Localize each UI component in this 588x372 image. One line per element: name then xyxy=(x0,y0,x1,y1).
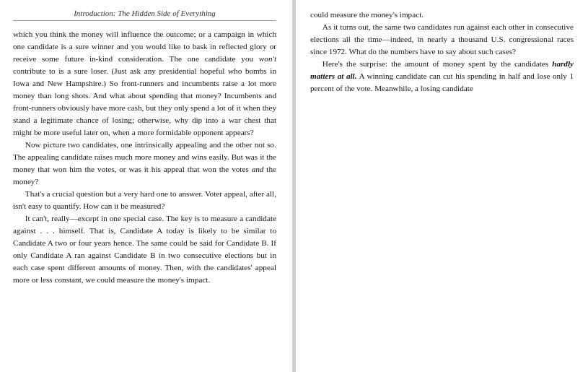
left-header-text: Introduction: The Hidden Side of Everyth… xyxy=(74,9,216,17)
page-container: Introduction: The Hidden Side of Everyth… xyxy=(0,0,588,372)
left-para-4: It can't, really—except in one special c… xyxy=(13,212,276,286)
left-para-2: Now picture two candidates, one intrinsi… xyxy=(13,139,276,188)
left-header: Introduction: The Hidden Side of Everyth… xyxy=(13,9,276,21)
left-para-1: which you think the money will influence… xyxy=(13,28,276,139)
right-para-1: could measure the money's impact. xyxy=(310,9,574,21)
left-body-text: which you think the money will influence… xyxy=(13,28,276,286)
right-body-text: could measure the money's impact. As it … xyxy=(310,9,574,95)
left-italic-and: and xyxy=(252,165,264,173)
left-para-3: That's a crucial question but a very har… xyxy=(13,188,276,212)
left-italic-wont: won't xyxy=(259,54,276,63)
right-para-3: Here's the surprise: the amount of money… xyxy=(310,58,574,95)
right-para-2: As it turns out, the same two candidates… xyxy=(310,21,574,58)
right-page: could measure the money's impact. As it … xyxy=(296,0,588,372)
right-bold-italic-hardly: hardly matters at all. xyxy=(310,59,574,80)
left-page: Introduction: The Hidden Side of Everyth… xyxy=(0,0,293,372)
